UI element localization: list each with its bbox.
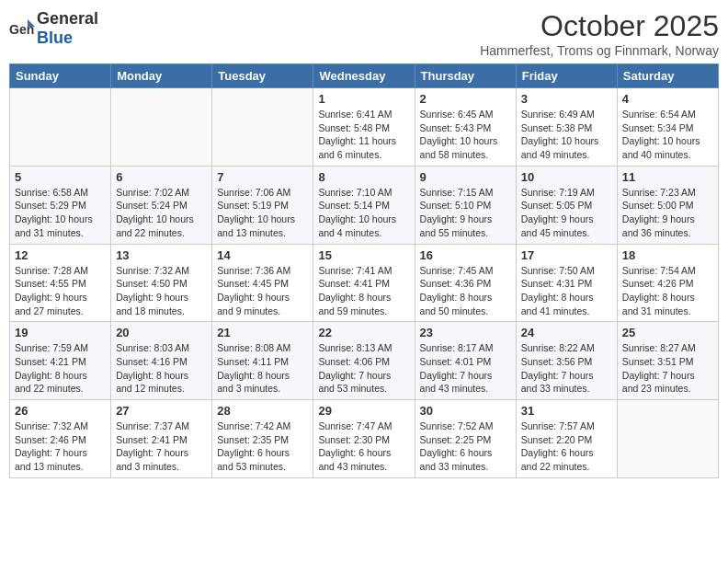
day-number: 31: [521, 404, 612, 418]
day-info: Sunrise: 7:59 AM Sunset: 4:21 PM Dayligh…: [15, 341, 106, 396]
calendar-cell: 26Sunrise: 7:32 AM Sunset: 2:46 PM Dayli…: [10, 400, 111, 478]
day-number: 22: [318, 326, 409, 339]
calendar-cell: 19Sunrise: 7:59 AM Sunset: 4:21 PM Dayli…: [10, 322, 111, 400]
day-info: Sunrise: 7:50 AM Sunset: 4:31 PM Dayligh…: [521, 264, 612, 318]
calendar-header-row: SundayMondayTuesdayWednesdayThursdayFrid…: [10, 64, 719, 88]
day-number: 27: [116, 404, 207, 418]
day-info: Sunrise: 7:36 AM Sunset: 4:45 PM Dayligh…: [217, 264, 308, 318]
calendar-cell: 21Sunrise: 8:08 AM Sunset: 4:11 PM Dayli…: [212, 322, 313, 400]
calendar-cell: 13Sunrise: 7:32 AM Sunset: 4:50 PM Dayli…: [111, 244, 212, 322]
title-block: October 2025 Hammerfest, Troms og Finnma…: [480, 9, 719, 58]
column-header-wednesday: Wednesday: [313, 64, 415, 88]
calendar-cell: 12Sunrise: 7:28 AM Sunset: 4:55 PM Dayli…: [10, 244, 111, 322]
day-info: Sunrise: 7:37 AM Sunset: 2:41 PM Dayligh…: [116, 419, 207, 474]
day-info: Sunrise: 6:58 AM Sunset: 5:29 PM Dayligh…: [15, 186, 106, 240]
day-number: 13: [116, 248, 207, 262]
calendar-cell: [617, 400, 718, 478]
calendar-cell: 27Sunrise: 7:37 AM Sunset: 2:41 PM Dayli…: [111, 400, 212, 478]
day-info: Sunrise: 8:22 AM Sunset: 3:56 PM Dayligh…: [521, 341, 612, 396]
day-number: 6: [116, 170, 207, 184]
day-info: Sunrise: 7:28 AM Sunset: 4:55 PM Dayligh…: [15, 264, 106, 318]
calendar-table: SundayMondayTuesdayWednesdayThursdayFrid…: [9, 63, 719, 478]
column-header-thursday: Thursday: [415, 64, 516, 88]
calendar-cell: 10Sunrise: 7:19 AM Sunset: 5:05 PM Dayli…: [516, 166, 617, 244]
day-info: Sunrise: 7:23 AM Sunset: 5:00 PM Dayligh…: [622, 186, 713, 240]
day-info: Sunrise: 7:47 AM Sunset: 2:30 PM Dayligh…: [318, 419, 409, 474]
day-info: Sunrise: 8:13 AM Sunset: 4:06 PM Dayligh…: [318, 341, 409, 396]
day-number: 29: [318, 404, 409, 418]
day-number: 1: [318, 92, 409, 106]
day-number: 14: [217, 248, 308, 262]
page-header: Gen General Blue October 2025 Hammerfest…: [9, 9, 719, 58]
day-number: 25: [622, 326, 713, 339]
calendar-cell: 30Sunrise: 7:52 AM Sunset: 2:25 PM Dayli…: [415, 400, 516, 478]
day-info: Sunrise: 7:02 AM Sunset: 5:24 PM Dayligh…: [116, 186, 207, 240]
day-info: Sunrise: 8:03 AM Sunset: 4:16 PM Dayligh…: [116, 341, 207, 396]
day-number: 11: [622, 170, 713, 184]
day-info: Sunrise: 7:41 AM Sunset: 4:41 PM Dayligh…: [318, 264, 409, 318]
day-number: 28: [217, 404, 308, 418]
calendar-cell: 17Sunrise: 7:50 AM Sunset: 4:31 PM Dayli…: [516, 244, 617, 322]
day-number: 5: [15, 170, 106, 184]
day-info: Sunrise: 7:32 AM Sunset: 2:46 PM Dayligh…: [15, 419, 106, 474]
day-number: 19: [15, 326, 106, 339]
day-number: 24: [521, 326, 612, 339]
day-info: Sunrise: 6:54 AM Sunset: 5:34 PM Dayligh…: [622, 108, 713, 162]
day-number: 15: [318, 248, 409, 262]
day-number: 23: [420, 326, 511, 339]
day-info: Sunrise: 7:32 AM Sunset: 4:50 PM Dayligh…: [116, 264, 207, 318]
day-info: Sunrise: 8:17 AM Sunset: 4:01 PM Dayligh…: [420, 341, 511, 396]
day-info: Sunrise: 7:15 AM Sunset: 5:10 PM Dayligh…: [420, 186, 511, 240]
calendar-cell: [111, 88, 212, 167]
calendar-cell: 9Sunrise: 7:15 AM Sunset: 5:10 PM Daylig…: [415, 166, 516, 244]
day-info: Sunrise: 7:52 AM Sunset: 2:25 PM Dayligh…: [420, 419, 511, 474]
calendar-week-row: 19Sunrise: 7:59 AM Sunset: 4:21 PM Dayli…: [10, 322, 719, 400]
day-info: Sunrise: 6:45 AM Sunset: 5:43 PM Dayligh…: [420, 108, 511, 162]
day-info: Sunrise: 8:08 AM Sunset: 4:11 PM Dayligh…: [217, 341, 308, 396]
day-number: 12: [15, 248, 106, 262]
calendar-week-row: 1Sunrise: 6:41 AM Sunset: 5:48 PM Daylig…: [10, 88, 719, 167]
day-info: Sunrise: 8:27 AM Sunset: 3:51 PM Dayligh…: [622, 341, 713, 396]
day-number: 10: [521, 170, 612, 184]
logo-blue: Blue: [37, 29, 73, 47]
day-number: 16: [420, 248, 511, 262]
calendar-cell: 11Sunrise: 7:23 AM Sunset: 5:00 PM Dayli…: [617, 166, 718, 244]
day-number: 18: [622, 248, 713, 262]
column-header-sunday: Sunday: [10, 64, 111, 88]
calendar-cell: 24Sunrise: 8:22 AM Sunset: 3:56 PM Dayli…: [516, 322, 617, 400]
month-title: October 2025: [480, 9, 719, 43]
column-header-monday: Monday: [111, 64, 212, 88]
calendar-cell: 28Sunrise: 7:42 AM Sunset: 2:35 PM Dayli…: [212, 400, 313, 478]
day-number: 8: [318, 170, 409, 184]
day-number: 2: [420, 92, 511, 106]
day-number: 30: [420, 404, 511, 418]
calendar-week-row: 12Sunrise: 7:28 AM Sunset: 4:55 PM Dayli…: [10, 244, 719, 322]
calendar-week-row: 26Sunrise: 7:32 AM Sunset: 2:46 PM Dayli…: [10, 400, 719, 478]
calendar-cell: 18Sunrise: 7:54 AM Sunset: 4:26 PM Dayli…: [617, 244, 718, 322]
day-info: Sunrise: 7:06 AM Sunset: 5:19 PM Dayligh…: [217, 186, 308, 240]
calendar-cell: 29Sunrise: 7:47 AM Sunset: 2:30 PM Dayli…: [313, 400, 415, 478]
column-header-tuesday: Tuesday: [212, 64, 313, 88]
calendar-cell: 3Sunrise: 6:49 AM Sunset: 5:38 PM Daylig…: [516, 88, 617, 167]
day-info: Sunrise: 7:10 AM Sunset: 5:14 PM Dayligh…: [318, 186, 409, 240]
day-number: 7: [217, 170, 308, 184]
calendar-cell: 31Sunrise: 7:57 AM Sunset: 2:20 PM Dayli…: [516, 400, 617, 478]
day-info: Sunrise: 6:41 AM Sunset: 5:48 PM Dayligh…: [318, 108, 409, 162]
day-info: Sunrise: 7:19 AM Sunset: 5:05 PM Dayligh…: [521, 186, 612, 240]
calendar-cell: 5Sunrise: 6:58 AM Sunset: 5:29 PM Daylig…: [10, 166, 111, 244]
column-header-saturday: Saturday: [617, 64, 718, 88]
calendar-cell: 16Sunrise: 7:45 AM Sunset: 4:36 PM Dayli…: [415, 244, 516, 322]
calendar-cell: 15Sunrise: 7:41 AM Sunset: 4:41 PM Dayli…: [313, 244, 415, 322]
calendar-cell: 8Sunrise: 7:10 AM Sunset: 5:14 PM Daylig…: [313, 166, 415, 244]
day-info: Sunrise: 7:42 AM Sunset: 2:35 PM Dayligh…: [217, 419, 308, 474]
day-number: 20: [116, 326, 207, 339]
calendar-cell: 22Sunrise: 8:13 AM Sunset: 4:06 PM Dayli…: [313, 322, 415, 400]
logo: Gen General Blue: [9, 9, 98, 48]
calendar-week-row: 5Sunrise: 6:58 AM Sunset: 5:29 PM Daylig…: [10, 166, 719, 244]
calendar-cell: 2Sunrise: 6:45 AM Sunset: 5:43 PM Daylig…: [415, 88, 516, 167]
column-header-friday: Friday: [516, 64, 617, 88]
day-info: Sunrise: 7:54 AM Sunset: 4:26 PM Dayligh…: [622, 264, 713, 318]
calendar-cell: [212, 88, 313, 167]
calendar-cell: 6Sunrise: 7:02 AM Sunset: 5:24 PM Daylig…: [111, 166, 212, 244]
day-info: Sunrise: 7:57 AM Sunset: 2:20 PM Dayligh…: [521, 419, 612, 474]
